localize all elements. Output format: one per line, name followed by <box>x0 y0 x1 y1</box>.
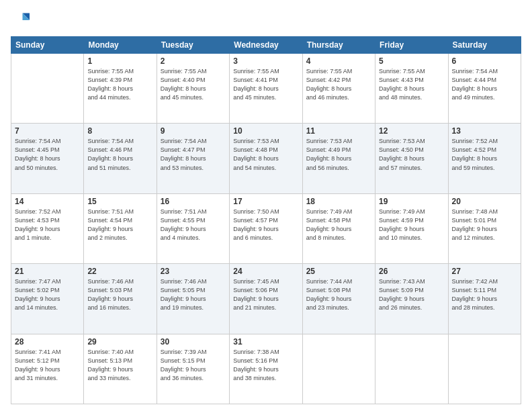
header <box>11 11 521 30</box>
calendar-day-cell: 1Sunrise: 7:55 AM Sunset: 4:39 PM Daylig… <box>84 54 157 124</box>
day-number: 3 <box>233 56 298 66</box>
day-number: 18 <box>306 197 371 206</box>
calendar-day-cell: 17Sunrise: 7:50 AM Sunset: 4:57 PM Dayli… <box>230 193 302 263</box>
calendar-day-header: Tuesday <box>157 37 229 54</box>
calendar-day-cell: 21Sunrise: 7:47 AM Sunset: 5:02 PM Dayli… <box>11 264 84 334</box>
day-info: Sunrise: 7:55 AM Sunset: 4:43 PM Dayligh… <box>379 67 444 102</box>
day-info: Sunrise: 7:50 AM Sunset: 4:57 PM Dayligh… <box>233 208 298 242</box>
day-number: 15 <box>87 197 152 206</box>
day-number: 29 <box>87 337 152 347</box>
day-info: Sunrise: 7:53 AM Sunset: 4:49 PM Dayligh… <box>306 137 371 172</box>
calendar-day-cell: 15Sunrise: 7:51 AM Sunset: 4:54 PM Dayli… <box>84 193 157 263</box>
day-number: 28 <box>15 337 80 347</box>
calendar-day-cell <box>448 334 521 404</box>
calendar-day-cell: 4Sunrise: 7:55 AM Sunset: 4:42 PM Daylig… <box>302 54 375 124</box>
day-info: Sunrise: 7:49 AM Sunset: 4:58 PM Dayligh… <box>306 208 371 242</box>
calendar-day-cell: 2Sunrise: 7:55 AM Sunset: 4:40 PM Daylig… <box>157 54 229 124</box>
day-number: 1 <box>87 56 152 66</box>
calendar-day-cell: 31Sunrise: 7:38 AM Sunset: 5:16 PM Dayli… <box>230 334 302 404</box>
calendar-week-row: 14Sunrise: 7:52 AM Sunset: 4:53 PM Dayli… <box>11 193 521 263</box>
day-number: 14 <box>15 197 80 206</box>
day-info: Sunrise: 7:45 AM Sunset: 5:06 PM Dayligh… <box>233 277 298 312</box>
day-number: 7 <box>15 126 80 136</box>
day-info: Sunrise: 7:51 AM Sunset: 4:55 PM Dayligh… <box>161 208 226 242</box>
day-number: 27 <box>452 267 517 276</box>
day-number: 31 <box>233 337 298 347</box>
day-number: 20 <box>452 197 517 206</box>
calendar-week-row: 28Sunrise: 7:41 AM Sunset: 5:12 PM Dayli… <box>11 334 521 404</box>
day-number: 23 <box>161 267 226 276</box>
day-number: 19 <box>379 197 444 206</box>
calendar-day-cell: 23Sunrise: 7:46 AM Sunset: 5:05 PM Dayli… <box>157 264 229 334</box>
day-info: Sunrise: 7:42 AM Sunset: 5:11 PM Dayligh… <box>452 277 517 312</box>
day-info: Sunrise: 7:55 AM Sunset: 4:41 PM Dayligh… <box>233 67 298 102</box>
day-number: 12 <box>379 126 444 136</box>
calendar-day-header: Sunday <box>11 37 84 54</box>
calendar-day-cell <box>375 334 448 404</box>
day-number: 9 <box>161 126 226 136</box>
calendar-day-cell: 9Sunrise: 7:54 AM Sunset: 4:47 PM Daylig… <box>157 124 229 193</box>
calendar-day-cell: 25Sunrise: 7:44 AM Sunset: 5:08 PM Dayli… <box>302 264 375 334</box>
calendar-week-row: 21Sunrise: 7:47 AM Sunset: 5:02 PM Dayli… <box>11 264 521 334</box>
calendar-day-cell: 3Sunrise: 7:55 AM Sunset: 4:41 PM Daylig… <box>230 54 302 124</box>
calendar-day-cell: 10Sunrise: 7:53 AM Sunset: 4:48 PM Dayli… <box>230 124 302 193</box>
day-number: 16 <box>161 197 226 206</box>
calendar-header-row: SundayMondayTuesdayWednesdayThursdayFrid… <box>11 37 521 54</box>
day-number: 10 <box>233 126 298 136</box>
calendar-day-cell: 8Sunrise: 7:54 AM Sunset: 4:46 PM Daylig… <box>84 124 157 193</box>
calendar-day-cell <box>11 54 84 124</box>
logo <box>11 11 32 30</box>
calendar-day-cell: 12Sunrise: 7:53 AM Sunset: 4:50 PM Dayli… <box>375 124 448 193</box>
calendar-day-header: Wednesday <box>230 37 302 54</box>
calendar-day-header: Saturday <box>448 37 521 54</box>
day-info: Sunrise: 7:54 AM Sunset: 4:44 PM Dayligh… <box>452 67 517 102</box>
day-info: Sunrise: 7:52 AM Sunset: 4:52 PM Dayligh… <box>452 137 517 172</box>
calendar-day-cell: 22Sunrise: 7:46 AM Sunset: 5:03 PM Dayli… <box>84 264 157 334</box>
day-number: 2 <box>161 56 226 66</box>
day-info: Sunrise: 7:54 AM Sunset: 4:47 PM Dayligh… <box>161 137 226 172</box>
calendar-day-cell: 24Sunrise: 7:45 AM Sunset: 5:06 PM Dayli… <box>230 264 302 334</box>
logo-icon <box>11 11 30 30</box>
day-number: 17 <box>233 197 298 206</box>
day-info: Sunrise: 7:49 AM Sunset: 4:59 PM Dayligh… <box>379 208 444 242</box>
day-info: Sunrise: 7:53 AM Sunset: 4:50 PM Dayligh… <box>379 137 444 172</box>
calendar-day-cell: 14Sunrise: 7:52 AM Sunset: 4:53 PM Dayli… <box>11 193 84 263</box>
calendar-day-cell: 28Sunrise: 7:41 AM Sunset: 5:12 PM Dayli… <box>11 334 84 404</box>
calendar-day-cell: 19Sunrise: 7:49 AM Sunset: 4:59 PM Dayli… <box>375 193 448 263</box>
day-info: Sunrise: 7:43 AM Sunset: 5:09 PM Dayligh… <box>379 277 444 312</box>
day-number: 24 <box>233 267 298 276</box>
day-number: 22 <box>87 267 152 276</box>
day-number: 26 <box>379 267 444 276</box>
day-number: 13 <box>452 126 517 136</box>
calendar-day-cell: 16Sunrise: 7:51 AM Sunset: 4:55 PM Dayli… <box>157 193 229 263</box>
calendar-day-cell: 29Sunrise: 7:40 AM Sunset: 5:13 PM Dayli… <box>84 334 157 404</box>
day-info: Sunrise: 7:52 AM Sunset: 4:53 PM Dayligh… <box>15 208 80 242</box>
day-number: 25 <box>306 267 371 276</box>
day-info: Sunrise: 7:55 AM Sunset: 4:39 PM Dayligh… <box>87 67 152 102</box>
day-info: Sunrise: 7:44 AM Sunset: 5:08 PM Dayligh… <box>306 277 371 312</box>
day-number: 6 <box>452 56 517 66</box>
calendar-day-header: Thursday <box>302 37 375 54</box>
calendar-day-cell: 18Sunrise: 7:49 AM Sunset: 4:58 PM Dayli… <box>302 193 375 263</box>
day-number: 8 <box>87 126 152 136</box>
day-info: Sunrise: 7:54 AM Sunset: 4:46 PM Dayligh… <box>87 137 152 172</box>
day-info: Sunrise: 7:54 AM Sunset: 4:45 PM Dayligh… <box>15 137 80 172</box>
calendar-day-cell: 20Sunrise: 7:48 AM Sunset: 5:01 PM Dayli… <box>448 193 521 263</box>
calendar-day-header: Monday <box>84 37 157 54</box>
day-number: 11 <box>306 126 371 136</box>
calendar-day-cell: 26Sunrise: 7:43 AM Sunset: 5:09 PM Dayli… <box>375 264 448 334</box>
day-info: Sunrise: 7:40 AM Sunset: 5:13 PM Dayligh… <box>87 348 152 383</box>
day-info: Sunrise: 7:39 AM Sunset: 5:15 PM Dayligh… <box>161 348 226 383</box>
calendar-day-header: Friday <box>375 37 448 54</box>
day-info: Sunrise: 7:55 AM Sunset: 4:42 PM Dayligh… <box>306 67 371 102</box>
calendar-day-cell: 5Sunrise: 7:55 AM Sunset: 4:43 PM Daylig… <box>375 54 448 124</box>
calendar-day-cell <box>302 334 375 404</box>
calendar-week-row: 1Sunrise: 7:55 AM Sunset: 4:39 PM Daylig… <box>11 54 521 124</box>
day-info: Sunrise: 7:46 AM Sunset: 5:03 PM Dayligh… <box>87 277 152 312</box>
calendar-day-cell: 27Sunrise: 7:42 AM Sunset: 5:11 PM Dayli… <box>448 264 521 334</box>
day-info: Sunrise: 7:48 AM Sunset: 5:01 PM Dayligh… <box>452 208 517 242</box>
day-info: Sunrise: 7:51 AM Sunset: 4:54 PM Dayligh… <box>87 208 152 242</box>
day-info: Sunrise: 7:38 AM Sunset: 5:16 PM Dayligh… <box>233 348 298 383</box>
calendar-day-cell: 7Sunrise: 7:54 AM Sunset: 4:45 PM Daylig… <box>11 124 84 193</box>
day-info: Sunrise: 7:41 AM Sunset: 5:12 PM Dayligh… <box>15 348 80 383</box>
